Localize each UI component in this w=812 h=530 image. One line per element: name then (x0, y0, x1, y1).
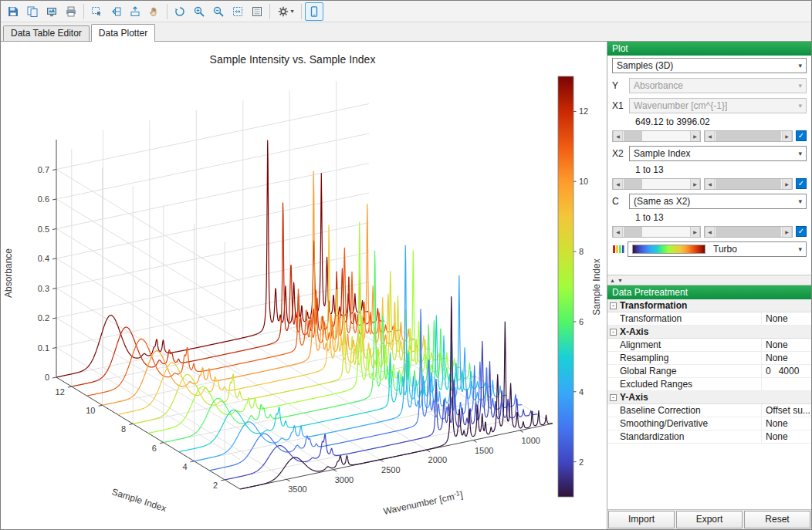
scroll-thumb[interactable] (624, 227, 642, 237)
reset-button[interactable]: Reset (744, 511, 810, 528)
colormap-preview (632, 245, 705, 254)
mobile-view-button[interactable] (305, 2, 323, 21)
plot-type-select[interactable]: Samples (3D) ▾ (612, 58, 807, 73)
pop-out-button[interactable] (126, 2, 144, 21)
x2-max-scrollbar[interactable]: ◀ ▶ (704, 178, 793, 190)
svg-text:4: 4 (579, 387, 584, 397)
panel-splitter[interactable]: ▲ ▼ (607, 275, 811, 285)
collapse-icon[interactable]: - (610, 302, 617, 309)
color-axis-value: (Same as X2) (634, 196, 690, 207)
svg-text:12: 12 (56, 387, 65, 397)
color-axis-row: C (Same as X2) ▾ (607, 191, 811, 211)
x2-axis-select[interactable]: Sample Index ▾ (629, 146, 807, 161)
copy-button[interactable] (23, 2, 42, 21)
color-max-scrollbar[interactable]: ◀ ▶ (704, 226, 793, 238)
scroll-thumb[interactable] (716, 227, 781, 237)
property-value[interactable]: None (762, 339, 811, 351)
scroll-thumb[interactable] (624, 179, 642, 189)
plot-type-row: Samples (3D) ▾ (607, 56, 811, 76)
scroll-track[interactable] (715, 131, 782, 141)
property-value[interactable]: None (762, 417, 811, 430)
scroll-left-icon[interactable]: ◀ (705, 179, 715, 189)
group-row[interactable]: -X-Axis (607, 326, 811, 339)
property-value[interactable]: 0 4000 (762, 365, 811, 377)
svg-text:0.7: 0.7 (38, 165, 49, 174)
property-value[interactable]: None (762, 312, 811, 325)
splitter-expand-icon[interactable]: ▼ (617, 278, 623, 283)
zoom-in-button[interactable] (190, 2, 208, 21)
scroll-track[interactable] (715, 179, 782, 189)
scroll-track[interactable] (623, 179, 690, 189)
scroll-left-icon[interactable]: ◀ (613, 179, 623, 189)
property-row[interactable]: Excluded Ranges (607, 378, 811, 391)
save-button[interactable] (4, 2, 22, 21)
scroll-thumb[interactable] (716, 131, 781, 141)
plot-3d-canvas[interactable]: 3500300025002000150010002468101200.10.20… (1, 42, 607, 529)
property-value[interactable]: None (762, 352, 811, 364)
y-axis-select: Absorbance ▾ (629, 78, 807, 93)
import-button[interactable]: Import (608, 511, 675, 528)
property-row[interactable]: ResamplingNone (607, 352, 811, 365)
x1-max-scrollbar[interactable]: ◀ ▶ (704, 130, 793, 142)
reset-view-button[interactable] (171, 2, 189, 21)
zoom-region-button[interactable] (87, 2, 106, 21)
scroll-left-icon[interactable]: ◀ (705, 131, 715, 141)
spectra (57, 140, 553, 489)
property-row[interactable]: Smoothing/DerivativeNone (607, 417, 811, 430)
colormap-editor-icon[interactable] (612, 243, 624, 255)
colormap-select[interactable]: Turbo ▾ (628, 241, 807, 257)
scroll-right-icon[interactable]: ▶ (782, 131, 792, 141)
scroll-right-icon[interactable]: ▶ (690, 179, 700, 189)
collapse-icon[interactable]: - (610, 329, 617, 336)
group-row[interactable]: -Y-Axis (607, 391, 811, 404)
property-value[interactable]: None (762, 430, 811, 443)
scroll-left-icon[interactable]: ◀ (613, 227, 623, 237)
copy-figure-button[interactable] (42, 2, 61, 21)
scroll-thumb[interactable] (716, 179, 781, 189)
scroll-right-icon[interactable]: ▶ (782, 179, 792, 189)
export-button[interactable]: Export (676, 511, 743, 528)
color-min-scrollbar[interactable]: ◀ ▶ (612, 226, 701, 238)
property-row[interactable]: StandardizationNone (607, 430, 811, 444)
scroll-left-icon[interactable]: ◀ (705, 227, 715, 237)
collapse-icon[interactable]: - (610, 394, 617, 401)
fit-view-button[interactable] (228, 2, 247, 21)
tab-data-plotter[interactable]: Data Plotter (91, 24, 155, 42)
scroll-right-icon[interactable]: ▶ (690, 131, 700, 141)
group-row[interactable]: -Transformation (607, 299, 811, 312)
scroll-left-icon[interactable]: ◀ (613, 131, 623, 141)
x2-min-scrollbar[interactable]: ◀ ▶ (612, 178, 701, 190)
property-row[interactable]: AlignmentNone (607, 339, 811, 352)
export-view-button[interactable] (107, 2, 125, 21)
scroll-thumb[interactable] (624, 131, 642, 141)
scroll-right-icon[interactable]: ▶ (782, 227, 792, 237)
property-name: Baseline Correction (607, 404, 762, 417)
axes-properties-button[interactable] (248, 2, 266, 21)
scroll-track[interactable] (715, 227, 782, 237)
print-button[interactable] (62, 2, 80, 21)
property-row[interactable]: Global Range0 4000 (607, 365, 811, 378)
scroll-track[interactable] (623, 227, 690, 237)
svg-text:0.6: 0.6 (38, 194, 49, 204)
copy-figure-icon (46, 5, 58, 18)
group-label: Y-Axis (620, 392, 648, 403)
x1-min-scrollbar[interactable]: ◀ ▶ (612, 130, 701, 142)
property-value[interactable] (762, 378, 811, 390)
color-axis-select[interactable]: (Same as X2) ▾ (629, 194, 807, 209)
x1-enabled-checkbox[interactable]: ✓ (796, 130, 807, 141)
pan-button[interactable] (145, 2, 164, 21)
color-enabled-checkbox[interactable]: ✓ (796, 226, 807, 237)
x2-enabled-checkbox[interactable]: ✓ (796, 178, 807, 189)
property-row[interactable]: TransformationNone (607, 312, 811, 326)
scroll-right-icon[interactable]: ▶ (690, 227, 700, 237)
property-row[interactable]: Baseline CorrectionOffset su... (607, 404, 811, 417)
svg-text:12: 12 (579, 106, 588, 116)
scroll-track[interactable] (623, 131, 690, 141)
property-value[interactable]: Offset su... (762, 404, 811, 417)
x2-axis-label: X2 (612, 148, 626, 159)
splitter-collapse-icon[interactable]: ▲ (610, 278, 615, 283)
tab-data-table-editor[interactable]: Data Table Editor (3, 25, 90, 41)
zoom-out-button[interactable] (209, 2, 228, 21)
property-name: Transformation (607, 312, 762, 325)
settings-button[interactable]: ▾ (273, 2, 298, 21)
